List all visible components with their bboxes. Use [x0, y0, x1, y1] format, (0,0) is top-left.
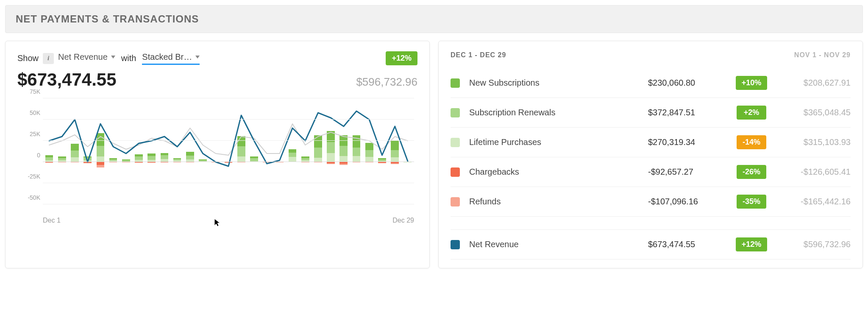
metric-row: New Subscriptions$230,060.80+10%$208,627… — [451, 68, 851, 98]
bar-day[interactable] — [171, 98, 184, 213]
bar-day[interactable] — [401, 98, 414, 213]
y-tick-label: -25K — [17, 173, 40, 180]
with-label: with — [121, 53, 136, 63]
chart-x-labels: Dec 1 Dec 29 — [43, 215, 414, 226]
metric-row: Lifetime Purchases$270,319.34-14%$315,10… — [451, 128, 851, 157]
metric-change-badge: -14% — [737, 135, 766, 149]
swatch — [451, 138, 460, 147]
chart-panel: Show i Net Revenue with Stacked Br… +12%… — [5, 41, 430, 268]
swatch — [451, 197, 460, 206]
metric-value: $372,847.51 — [648, 108, 724, 117]
metric-name: Subscription Renewals — [469, 108, 642, 117]
metric-value: -$107,096.16 — [648, 197, 724, 206]
bar-day[interactable] — [132, 98, 145, 213]
y-tick-label: -50K — [17, 194, 40, 201]
bar-day[interactable] — [145, 98, 158, 213]
chevron-down-icon — [195, 56, 200, 59]
bar-day[interactable] — [209, 98, 222, 213]
metric-row: Subscription Renewals$372,847.51+2%$365,… — [451, 98, 851, 128]
y-tick-label: 50K — [17, 109, 40, 116]
bar-day[interactable] — [235, 98, 248, 213]
breakdown-panel: DEC 1 - DEC 29 NOV 1 - NOV 29 New Subscr… — [438, 41, 863, 268]
swatch — [451, 167, 460, 177]
metric-name: Refunds — [469, 197, 642, 206]
section-title: NET PAYMENTS & TRANSACTIONS — [16, 13, 852, 25]
bar-day[interactable] — [196, 98, 209, 213]
swatch — [451, 108, 460, 117]
metric-change-badge: +10% — [736, 76, 768, 90]
bar-day[interactable] — [43, 98, 56, 213]
metric-change-badge: -26% — [737, 165, 766, 179]
bar-day[interactable] — [299, 98, 312, 213]
y-tick-label: 75K — [17, 88, 40, 95]
bar-day[interactable] — [107, 98, 120, 213]
chart-plot-area — [43, 98, 414, 213]
metric-dropdown[interactable]: Net Revenue — [58, 52, 115, 64]
metric-value: -$92,657.27 — [648, 167, 724, 177]
bar-day[interactable] — [81, 98, 94, 213]
bar-day[interactable] — [286, 98, 299, 213]
bar-day[interactable] — [68, 98, 81, 213]
summary-row: Net Revenue $673,474.55 +12% $596,732.96 — [451, 229, 851, 259]
metric-name: Net Revenue — [469, 240, 642, 249]
show-label: Show — [17, 53, 39, 63]
bar-day[interactable] — [273, 98, 286, 213]
bar-day[interactable] — [350, 98, 363, 213]
main-value: $673,474.55 — [17, 70, 117, 90]
compare-value: $596,732.96 — [356, 75, 417, 89]
metric-value: $270,319.34 — [648, 137, 724, 147]
chart-controls: Show i Net Revenue with Stacked Br… +12% — [17, 51, 417, 65]
metric-prev-value: -$165,442.16 — [779, 197, 851, 206]
chart-type-dropdown[interactable]: Stacked Br… — [142, 52, 200, 65]
bar-day[interactable] — [324, 98, 337, 213]
metric-row: Chargebacks-$92,657.27-26%-$126,605.41 — [451, 157, 851, 187]
metric-value: $673,474.55 — [648, 240, 724, 249]
metric-prev-value: -$126,605.41 — [779, 167, 851, 177]
metric-prev-value: $315,103.93 — [779, 137, 851, 147]
x-start-label: Dec 1 — [43, 217, 61, 224]
bar-day[interactable] — [94, 98, 107, 213]
bar-day[interactable] — [337, 98, 350, 213]
metric-prev-value: $208,627.91 — [779, 78, 851, 88]
metric-name: New Subscriptions — [469, 78, 642, 88]
metric-change-badge: -35% — [737, 195, 766, 209]
bar-day[interactable] — [158, 98, 171, 213]
period-current: DEC 1 - DEC 29 — [451, 51, 506, 59]
info-icon[interactable]: i — [43, 53, 54, 64]
bar-day[interactable] — [363, 98, 376, 213]
panels-row: Show i Net Revenue with Stacked Br… +12%… — [5, 41, 863, 268]
bar-day[interactable] — [248, 98, 260, 213]
section-header: NET PAYMENTS & TRANSACTIONS — [5, 5, 863, 33]
metric-row: Refunds-$107,096.16-35%-$165,442.16 — [451, 187, 851, 217]
bar-day[interactable] — [56, 98, 68, 213]
metric-change-badge: +2% — [737, 106, 766, 120]
bar-day[interactable] — [184, 98, 196, 213]
totals-row: $673,474.55 $596,732.96 — [17, 70, 417, 90]
swatch-net-revenue — [451, 240, 460, 249]
metric-name: Chargebacks — [469, 167, 642, 177]
y-tick-label: 25K — [17, 131, 40, 137]
metric-dropdown-label: Net Revenue — [58, 52, 108, 62]
period-previous: NOV 1 - NOV 29 — [794, 51, 851, 59]
main-change-badge: +12% — [386, 51, 417, 65]
chart-type-dropdown-label: Stacked Br… — [142, 52, 192, 62]
metric-prev-value: $365,048.45 — [779, 108, 851, 117]
chevron-down-icon — [111, 56, 115, 59]
y-tick-label: 0 — [17, 152, 40, 159]
bar-day[interactable] — [312, 98, 324, 213]
bar-day[interactable] — [120, 98, 132, 213]
metric-prev-value: $596,732.96 — [779, 240, 851, 249]
swatch — [451, 78, 460, 88]
metric-name: Lifetime Purchases — [469, 137, 642, 147]
bar-day[interactable] — [376, 98, 388, 213]
chart-bars — [43, 98, 414, 213]
chart: Dec 1 Dec 29 -50K-25K025K50K75K — [17, 98, 417, 226]
bar-day[interactable] — [222, 98, 235, 213]
x-end-label: Dec 29 — [392, 217, 414, 224]
bar-day[interactable] — [260, 98, 273, 213]
period-row: DEC 1 - DEC 29 NOV 1 - NOV 29 — [451, 51, 851, 59]
bar-day[interactable] — [388, 98, 401, 213]
metric-change-badge: +12% — [736, 237, 768, 251]
metric-value: $230,060.80 — [648, 78, 724, 88]
